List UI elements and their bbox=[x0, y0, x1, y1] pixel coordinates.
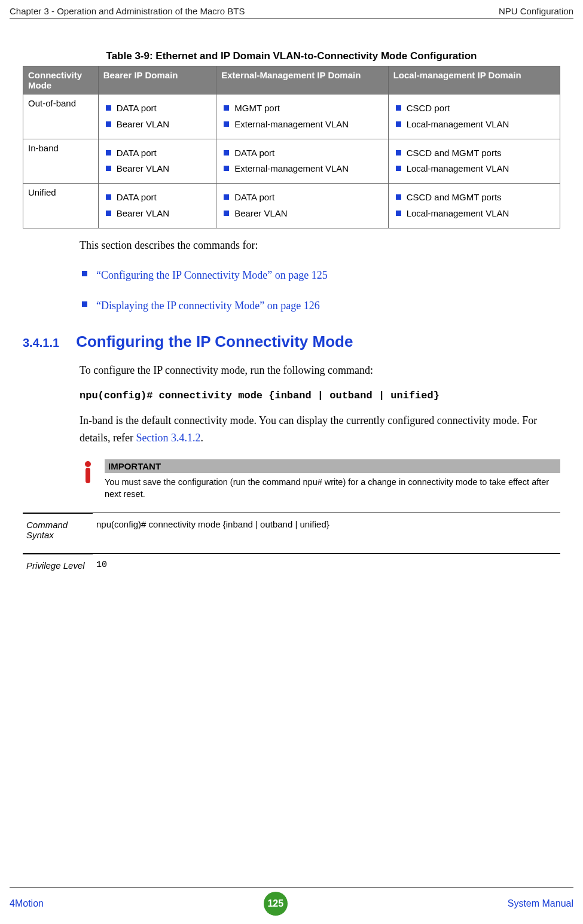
list-item: DATA port bbox=[103, 103, 212, 114]
mode-cell: Unified bbox=[23, 184, 99, 228]
xref-text: “Displaying the IP connectivity Mode” on… bbox=[96, 300, 320, 312]
col-external-mgmt-ip: External-Management IP Domain bbox=[216, 66, 388, 94]
intro-paragraph: This section describes the commands for: bbox=[80, 237, 560, 254]
header-right: NPU Configuration bbox=[499, 6, 573, 16]
list-item: DATA port bbox=[103, 148, 212, 159]
list-item: CSCD port bbox=[393, 103, 555, 114]
local-mgmt-cell: CSCD and MGMT ports Local-management VLA… bbox=[388, 139, 560, 184]
table-caption: Table 3-9: Ethernet and IP Domain VLAN-t… bbox=[23, 50, 560, 62]
ext-mgmt-cell: MGMT port External-management VLAN bbox=[216, 94, 388, 139]
privilege-level-value: 10 bbox=[93, 554, 560, 584]
list-item: Local-management VLAN bbox=[393, 163, 555, 175]
text: . bbox=[200, 432, 203, 444]
bearer-cell: DATA port Bearer VLAN bbox=[98, 139, 216, 184]
xref-text: “Configuring the IP Connectivity Mode” o… bbox=[96, 269, 328, 281]
command-syntax-row: Command Syntax npu(config)# connectivity… bbox=[23, 513, 560, 554]
privilege-level-row: Privilege Level 10 bbox=[23, 554, 560, 584]
list-item: External-management VLAN bbox=[221, 163, 383, 175]
list-item: CSCD and MGMT ports bbox=[393, 192, 555, 203]
mode-cell: In-band bbox=[23, 139, 99, 184]
footer-right: System Manual bbox=[508, 898, 573, 909]
paragraph: To configure the IP connectivity mode, r… bbox=[80, 362, 560, 379]
footer-left: 4Motion bbox=[10, 898, 44, 909]
ext-mgmt-cell: DATA port External-management VLAN bbox=[216, 139, 388, 184]
section-title: Configuring the IP Connectivity Mode bbox=[76, 333, 353, 351]
list-item: CSCD and MGMT ports bbox=[393, 148, 555, 159]
important-text: You must save the configuration (run the… bbox=[105, 477, 560, 500]
table-row: Out-of-band DATA port Bearer VLAN MGMT p… bbox=[23, 94, 560, 139]
command-syntax-value: npu(config)# connectivity mode {inband |… bbox=[93, 513, 560, 554]
section-heading: 3.4.1.1 Configuring the IP Connectivity … bbox=[23, 333, 560, 351]
vlan-connectivity-table: Connectivity Mode Bearer IP Domain Exter… bbox=[23, 66, 560, 228]
ext-mgmt-cell: DATA port Bearer VLAN bbox=[216, 184, 388, 228]
list-item: DATA port bbox=[221, 148, 383, 159]
table-row: Unified DATA port Bearer VLAN DATA port … bbox=[23, 184, 560, 228]
bearer-cell: DATA port Bearer VLAN bbox=[98, 184, 216, 228]
local-mgmt-cell: CSCD and MGMT ports Local-management VLA… bbox=[388, 184, 560, 228]
list-item: MGMT port bbox=[221, 103, 383, 114]
table-row: In-band DATA port Bearer VLAN DATA port … bbox=[23, 139, 560, 184]
page-footer: 4Motion 125 System Manual bbox=[10, 888, 573, 916]
page-header: Chapter 3 - Operation and Administration… bbox=[10, 6, 573, 19]
mode-cell: Out-of-band bbox=[23, 94, 99, 139]
svg-rect-1 bbox=[86, 468, 90, 483]
header-left: Chapter 3 - Operation and Administration… bbox=[10, 6, 245, 16]
col-local-mgmt-ip: Local-management IP Domain bbox=[388, 66, 560, 94]
section-number: 3.4.1.1 bbox=[23, 336, 59, 350]
list-item: DATA port bbox=[221, 192, 383, 203]
xref-link[interactable]: “Configuring the IP Connectivity Mode” o… bbox=[80, 267, 560, 284]
command-line: npu(config)# connectivity mode {inband |… bbox=[80, 388, 560, 404]
list-item: DATA port bbox=[103, 192, 212, 203]
col-bearer-ip: Bearer IP Domain bbox=[98, 66, 216, 94]
list-item: Local-management VLAN bbox=[393, 208, 555, 219]
important-callout: IMPORTANT You must save the configuratio… bbox=[80, 459, 560, 500]
privilege-level-label: Privilege Level bbox=[23, 554, 93, 584]
section-ref-link[interactable]: Section 3.4.1.2 bbox=[136, 432, 200, 444]
list-item: Bearer VLAN bbox=[221, 208, 383, 219]
list-item: Bearer VLAN bbox=[103, 208, 212, 219]
command-syntax-block: Command Syntax npu(config)# connectivity… bbox=[23, 513, 560, 584]
important-title: IMPORTANT bbox=[105, 459, 560, 473]
paragraph: In-band is the default connectivity mode… bbox=[80, 412, 560, 447]
list-item: Local-management VLAN bbox=[393, 119, 555, 130]
page-number: 125 bbox=[264, 892, 288, 916]
list-item: External-management VLAN bbox=[221, 119, 383, 130]
table-header-row: Connectivity Mode Bearer IP Domain Exter… bbox=[23, 66, 560, 94]
page-content: Table 3-9: Ethernet and IP Domain VLAN-t… bbox=[23, 36, 560, 584]
local-mgmt-cell: CSCD port Local-management VLAN bbox=[388, 94, 560, 139]
important-icon bbox=[80, 459, 96, 500]
bearer-cell: DATA port Bearer VLAN bbox=[98, 94, 216, 139]
xref-link[interactable]: “Displaying the IP connectivity Mode” on… bbox=[80, 297, 560, 315]
command-syntax-label: Command Syntax bbox=[23, 513, 93, 554]
col-connectivity-mode: Connectivity Mode bbox=[23, 66, 99, 94]
svg-point-0 bbox=[85, 461, 91, 467]
list-item: Bearer VLAN bbox=[103, 119, 212, 130]
list-item: Bearer VLAN bbox=[103, 163, 212, 175]
